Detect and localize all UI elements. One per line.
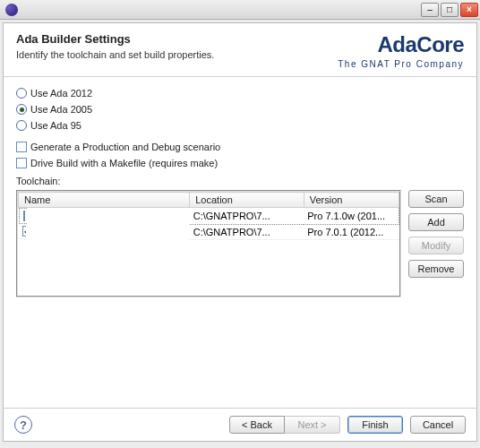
radio-use-ada-95[interactable]: Use Ada 95 <box>16 120 464 131</box>
checkbox-icon <box>16 158 27 168</box>
app-icon <box>5 4 18 16</box>
toolchain-label: Toolchain: <box>16 176 464 186</box>
adacore-logo: AdaCore The GNAT Pro Company <box>338 32 464 69</box>
col-name[interactable]: Name <box>19 193 190 208</box>
maximize-button[interactable]: □ <box>441 3 459 17</box>
dialog-footer: ? < Back Next > Finish Cancel <box>4 408 476 441</box>
radio-use-ada-2012[interactable]: Use Ada 2012 <box>16 88 464 99</box>
toolchain-table[interactable]: Name Location Version native C <box>16 190 401 297</box>
row-location: C:\GNATPRO\7... <box>190 208 304 225</box>
dialog-header: Ada Builder Settings Identify the toolch… <box>4 23 476 77</box>
dialog-content: Ada Builder Settings Identify the toolch… <box>3 22 477 442</box>
radio-label: Use Ada 95 <box>30 120 81 131</box>
logo-text-core: Core <box>416 32 464 56</box>
checkbox-label: Generate a Production and Debug scenario <box>30 142 220 152</box>
checkbox-label: Drive Build with a Makefile (requires ma… <box>30 158 218 168</box>
row-location: C:\GNATPRO\7... <box>190 224 304 239</box>
scan-button[interactable]: Scan <box>408 190 464 208</box>
radio-use-ada-2005[interactable]: Use Ada 2005 <box>16 104 464 115</box>
radio-label: Use Ada 2012 <box>30 88 92 99</box>
minimize-button[interactable]: – <box>421 3 439 17</box>
logo-text-ada: Ada <box>377 32 416 56</box>
dialog-body: Use Ada 2012 Use Ada 2005 Use Ada 95 Gen… <box>4 77 476 408</box>
row-version: Pro 7.0.1 (2012... <box>304 224 399 239</box>
logo-tagline: The GNAT Pro Company <box>338 59 464 69</box>
radio-icon <box>16 88 27 99</box>
page-title: Ada Builder Settings <box>16 32 214 46</box>
radio-icon <box>16 104 27 115</box>
radio-icon <box>16 120 27 131</box>
checkbox-makefile[interactable]: Drive Build with a Makefile (requires ma… <box>16 158 464 168</box>
checkbox-production-debug[interactable]: Generate a Production and Debug scenario <box>16 142 464 152</box>
row-checkbox[interactable] <box>23 211 25 221</box>
col-version[interactable]: Version <box>304 193 399 208</box>
back-button[interactable]: < Back <box>229 416 285 434</box>
row-checkbox[interactable] <box>22 226 26 237</box>
table-row[interactable]: native C:\GNATPRO\7... Pro 7.1.0w (201..… <box>19 208 399 225</box>
radio-label: Use Ada 2005 <box>30 104 92 115</box>
titlebar: – □ × <box>0 0 480 20</box>
add-button[interactable]: Add <box>408 213 464 231</box>
modify-button: Modify <box>408 237 464 254</box>
close-button[interactable]: × <box>460 3 478 17</box>
next-button: Next > <box>285 416 340 434</box>
table-row[interactable]: powerpc-elf C:\GNATPRO\7... Pro 7.0.1 (2… <box>19 224 399 239</box>
remove-button[interactable]: Remove <box>408 260 464 278</box>
checkbox-icon <box>16 142 27 152</box>
row-version: Pro 7.1.0w (201... <box>304 208 399 225</box>
help-icon[interactable]: ? <box>14 416 32 434</box>
page-subtitle: Identify the toolchain and set build pro… <box>16 49 214 60</box>
col-location[interactable]: Location <box>190 193 304 208</box>
finish-button[interactable]: Finish <box>347 416 403 434</box>
cancel-button[interactable]: Cancel <box>410 416 466 434</box>
